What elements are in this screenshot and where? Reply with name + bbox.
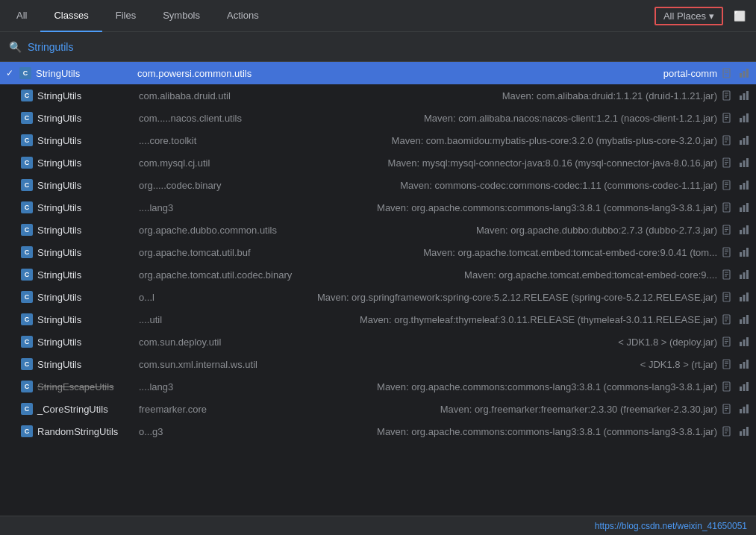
window-icon-button[interactable]: ⬜ — [729, 5, 750, 26]
svg-rect-97 — [746, 360, 749, 369]
svg-rect-83 — [746, 315, 749, 324]
svg-rect-103 — [743, 384, 746, 391]
chart-icon — [738, 358, 750, 370]
svg-rect-88 — [740, 342, 742, 346]
class-name: StringUtils — [37, 269, 134, 281]
class-name: StringUtils — [37, 337, 134, 348]
table-row[interactable]: CStringUtilscom.mysql.cj.utilMaven: mysq… — [0, 151, 756, 174]
table-row[interactable]: CStringUtilscom.sun.xml.internal.ws.util… — [0, 353, 756, 375]
status-url[interactable]: https://blog.csdn.net/weixin_41650051 — [595, 521, 747, 531]
class-icon: C — [21, 112, 33, 124]
maven-info: Maven: org.apache.commons:commons-lang3:… — [263, 202, 717, 213]
class-icon: C — [21, 358, 33, 370]
maven-info: Maven: org.apache.tomcat.embed:tomcat-em… — [296, 269, 717, 281]
svg-rect-68 — [743, 272, 746, 279]
svg-rect-53 — [740, 230, 742, 234]
table-row[interactable]: CStringUtilso...lMaven: org.springframew… — [0, 286, 756, 308]
table-row[interactable]: CStringEscapeUtils....lang3Maven: org.ap… — [0, 375, 756, 398]
package-name: org.....codec.binary — [139, 180, 258, 191]
tab-actions[interactable]: Actions — [213, 0, 272, 32]
svg-rect-60 — [740, 252, 742, 257]
class-name: _CoreStringUtils — [37, 404, 134, 415]
table-row[interactable]: CStringUtilsorg.apache.tomcat.util.codec… — [0, 263, 756, 286]
svg-rect-81 — [740, 319, 742, 324]
package-name: com.alibaba.druid.util — [139, 90, 258, 101]
svg-rect-69 — [746, 270, 749, 279]
class-icon: C — [21, 269, 33, 281]
file-icon — [722, 425, 734, 437]
chart-icon — [738, 179, 750, 191]
chart-icon — [738, 313, 750, 325]
svg-rect-89 — [743, 340, 746, 346]
table-row[interactable]: CStringUtilscom.alibaba.druid.utilMaven:… — [0, 84, 756, 107]
maven-info: < JDK1.8 > (rt.jar) — [263, 359, 717, 370]
class-name: StringUtils — [37, 157, 134, 169]
svg-rect-62 — [746, 248, 749, 257]
maven-info: Maven: org.apache.tomcat.embed:tomcat-em… — [263, 247, 717, 258]
tab-all[interactable]: All — [3, 0, 40, 32]
file-icon — [722, 157, 734, 169]
package-name: com.sun.xml.internal.ws.util — [139, 359, 258, 370]
table-row[interactable]: CStringUtilscom.sun.deploy.util< JDK1.8 … — [0, 331, 756, 353]
search-query[interactable]: Stringutils — [28, 41, 73, 53]
table-row[interactable]: CStringUtils....core.toolkitMaven: com.b… — [0, 129, 756, 151]
class-name: StringUtils — [37, 292, 134, 303]
file-icon — [722, 336, 734, 348]
maven-info: < JDK1.8 > (deploy.jar) — [263, 337, 717, 348]
table-row[interactable]: ✓CStringUtilscom.powersi.common.utilspor… — [0, 62, 756, 84]
package-name: com.mysql.cj.util — [139, 157, 258, 169]
svg-rect-34 — [746, 158, 749, 167]
svg-rect-19 — [743, 116, 746, 122]
maven-info: Maven: org.freemarker:freemarker:2.3.30 … — [263, 404, 717, 415]
all-places-button[interactable]: All Places ▾ — [655, 7, 723, 25]
chart-icon — [738, 403, 750, 415]
maven-info: Maven: com.alibaba:druid:1.1.21 (druid-1… — [263, 90, 717, 101]
table-row[interactable]: CStringUtilsorg.apache.dubbo.common.util… — [0, 219, 756, 241]
class-icon: C — [21, 403, 33, 415]
table-row[interactable]: CStringUtils....utilMaven: org.thymeleaf… — [0, 308, 756, 331]
svg-rect-47 — [743, 205, 746, 212]
chart-icon — [738, 425, 750, 437]
class-icon: C — [21, 157, 33, 169]
class-icon: C — [21, 90, 33, 101]
file-icon — [722, 403, 734, 415]
svg-rect-90 — [746, 337, 749, 346]
class-name: StringUtils — [37, 247, 134, 258]
class-icon: C — [21, 336, 33, 348]
svg-rect-27 — [746, 136, 749, 145]
package-name: com.sun.deploy.util — [139, 337, 258, 348]
package-name: ....util — [139, 314, 258, 325]
tab-files[interactable]: Files — [102, 0, 149, 32]
svg-rect-33 — [743, 160, 746, 167]
table-row[interactable]: CStringUtilscom.....nacos.client.utilsMa… — [0, 107, 756, 129]
svg-rect-26 — [743, 138, 746, 145]
class-icon: C — [21, 179, 33, 191]
table-row[interactable]: CStringUtils....lang3Maven: org.apache.c… — [0, 196, 756, 219]
svg-rect-75 — [743, 295, 746, 301]
svg-rect-54 — [743, 228, 746, 234]
class-name: StringUtils — [37, 113, 134, 124]
class-icon: C — [21, 201, 33, 213]
svg-rect-46 — [740, 207, 742, 212]
tab-classes[interactable]: Classes — [40, 0, 101, 32]
chart-icon — [738, 381, 750, 392]
table-row[interactable]: C_CoreStringUtilsfreemarker.coreMaven: o… — [0, 398, 756, 420]
file-icon — [722, 381, 734, 392]
chevron-down-icon: ▾ — [709, 10, 714, 22]
svg-rect-6 — [746, 69, 749, 78]
maven-info: Maven: commons-codec:commons-codec:1.11 … — [263, 180, 717, 191]
file-icon — [722, 201, 734, 213]
tab-symbols[interactable]: Symbols — [149, 0, 213, 32]
chart-icon — [738, 134, 750, 146]
class-icon: C — [21, 381, 33, 392]
svg-rect-117 — [743, 429, 746, 436]
window-icon: ⬜ — [734, 10, 746, 22]
file-icon — [722, 112, 734, 124]
svg-rect-4 — [740, 73, 742, 78]
table-row[interactable]: CStringUtilsorg.apache.tomcat.util.bufMa… — [0, 241, 756, 263]
table-row[interactable]: CStringUtilsorg.....codec.binaryMaven: c… — [0, 174, 756, 196]
table-row[interactable]: CRandomStringUtilso...g3Maven: org.apach… — [0, 420, 756, 442]
class-name: StringUtils — [37, 180, 134, 191]
chart-icon — [738, 269, 750, 281]
class-icon: C — [21, 246, 33, 258]
